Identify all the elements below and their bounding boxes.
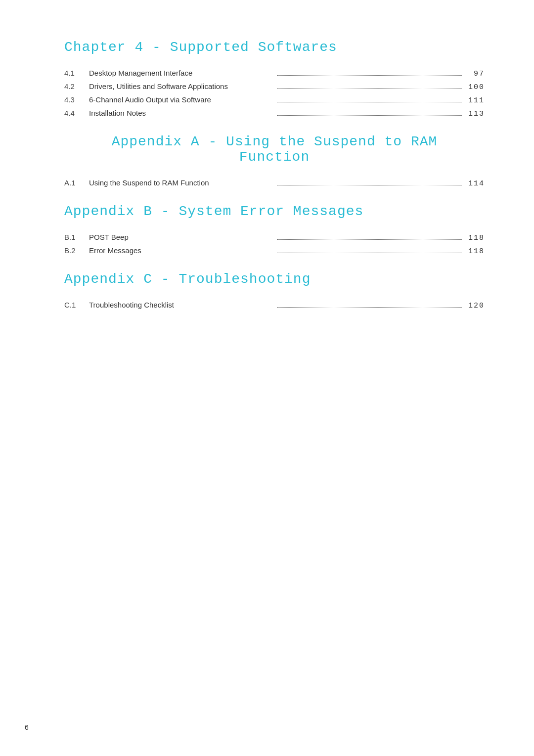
- entry-text: Drivers, Utilities and Software Applicat…: [89, 82, 274, 90]
- entry-dots: [277, 239, 462, 240]
- entry-number: A.1: [64, 178, 89, 187]
- entry-page: 111: [465, 96, 485, 105]
- appendixA-heading: Appendix A - Using the Suspend to RAM Fu…: [64, 134, 485, 165]
- entry-dots: [277, 75, 462, 76]
- entry-dots: [277, 89, 462, 89]
- entry-number: 4.2: [64, 82, 89, 90]
- toc-entry: 4.36-Channel Audio Output via Software11…: [64, 95, 485, 105]
- entry-dots: [277, 185, 462, 185]
- entry-text: Error Messages: [89, 246, 274, 255]
- entry-number: 4.3: [64, 95, 89, 104]
- toc-entry: A.1Using the Suspend to RAM Function114: [64, 178, 485, 188]
- entry-number: 4.4: [64, 109, 89, 117]
- appendixB-toc: B.1POST Beep118B.2Error Messages118: [64, 233, 485, 256]
- toc-entry: 4.2Drivers, Utilities and Software Appli…: [64, 82, 485, 91]
- appendixA-toc: A.1Using the Suspend to RAM Function114: [64, 178, 485, 188]
- entry-text: Using the Suspend to RAM Function: [89, 178, 274, 187]
- chapter4-heading: Chapter 4 - Supported Softwares: [64, 40, 485, 55]
- appendixC-toc: C.1Troubleshooting Checklist120: [64, 301, 485, 310]
- entry-number: 4.1: [64, 69, 89, 77]
- toc-entry: B.2Error Messages118: [64, 246, 485, 256]
- entry-dots: [277, 307, 462, 308]
- toc-entry: 4.1Desktop Management Interface97: [64, 69, 485, 78]
- entry-number: C.1: [64, 301, 89, 309]
- entry-number: B.1: [64, 233, 89, 241]
- toc-entry: 4.4Installation Notes113: [64, 109, 485, 118]
- entry-dots: [277, 253, 462, 253]
- entry-text: 6-Channel Audio Output via Software: [89, 95, 274, 104]
- chapter4-toc: 4.1Desktop Management Interface974.2Driv…: [64, 69, 485, 118]
- entry-page: 120: [465, 302, 485, 310]
- entry-text: Troubleshooting Checklist: [89, 301, 274, 309]
- entry-dots: [277, 115, 462, 116]
- toc-entry: B.1POST Beep118: [64, 233, 485, 242]
- entry-page: 100: [465, 83, 485, 91]
- entry-text: Desktop Management Interface: [89, 69, 274, 77]
- entry-page: 118: [465, 247, 485, 256]
- entry-number: B.2: [64, 246, 89, 255]
- page-number: 6: [25, 723, 29, 731]
- entry-page: 113: [465, 110, 485, 118]
- entry-page: 118: [465, 234, 485, 242]
- entry-text: POST Beep: [89, 233, 274, 241]
- entry-text: Installation Notes: [89, 109, 274, 117]
- appendixB-heading: Appendix B - System Error Messages: [64, 204, 485, 219]
- entry-page: 114: [465, 179, 485, 188]
- appendixC-heading: Appendix C - Troubleshooting: [64, 271, 485, 287]
- entry-dots: [277, 102, 462, 102]
- entry-page: 97: [465, 70, 485, 78]
- toc-entry: C.1Troubleshooting Checklist120: [64, 301, 485, 310]
